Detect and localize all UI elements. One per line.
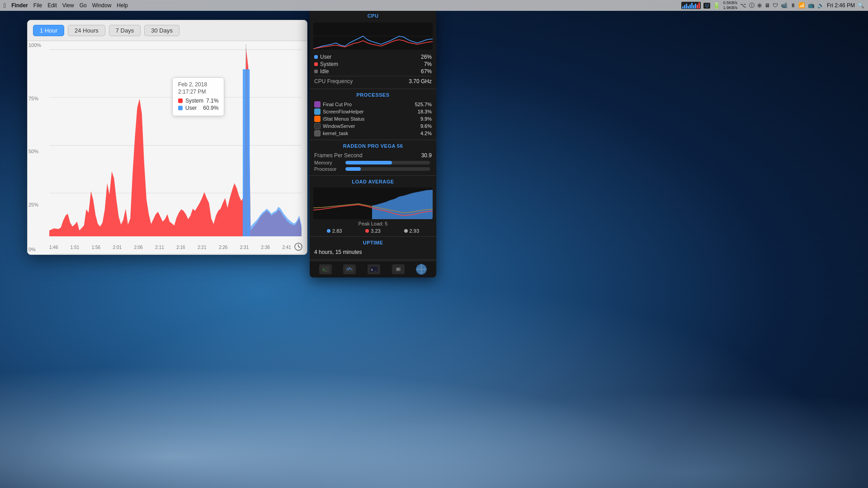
menu-window[interactable]: Window — [92, 2, 112, 9]
x-label-1: 1:46 — [49, 245, 58, 250]
menu-go[interactable]: Go — [80, 2, 87, 9]
freq-val: 3.70 GHz — [409, 78, 432, 84]
x-axis-labels: 1:46 1:51 1:56 2:01 2:06 2:11 2:16 2:21 … — [49, 245, 291, 250]
clock-button[interactable] — [293, 242, 303, 252]
process-val-1: 18.3% — [418, 109, 432, 114]
process-icon-3 — [314, 123, 321, 129]
divider-5 — [310, 236, 436, 237]
bottom-icon-activity[interactable] — [343, 264, 356, 274]
screen-icon[interactable]: 📹 — [781, 2, 788, 9]
y-label-75: 75% — [28, 96, 38, 101]
load-graph — [313, 188, 433, 219]
process-icon-1 — [314, 108, 321, 115]
svg-text:>_: >_ — [323, 268, 327, 272]
bottom-icon-network[interactable] — [416, 264, 427, 275]
uptime-val: 4 hours, 15 minutes — [314, 249, 362, 255]
process-name-1: ScreenFlowHelper — [323, 109, 363, 114]
cpu-freq-row: CPU Frequency 3.70 GHz — [314, 78, 432, 85]
load-dot-0 — [327, 229, 330, 233]
bottom-icon-terminal2[interactable]: $ _ — [368, 264, 380, 274]
x-label-11: 2:36 — [261, 245, 270, 250]
spotlight-icon[interactable]: 🔍 — [858, 2, 864, 9]
x-label-6: 2:11 — [155, 245, 164, 250]
gpu-processor-row: Processor — [314, 166, 432, 172]
process-val-2: 9.9% — [420, 116, 432, 122]
btn-7-days[interactable]: 7 Days — [109, 25, 141, 36]
y-label-100: 100% — [28, 42, 41, 48]
process-row-3: WindowServer 9.6% — [314, 122, 432, 130]
menubar-cpu-label[interactable]: U — [703, 3, 710, 9]
process-name-3: WindowServer — [323, 123, 355, 129]
chart-area: 100% 75% 50% 25% 0% — [28, 41, 307, 253]
uptime-section-header: UPTIME — [310, 238, 436, 248]
menubar-right: U 🔋 0.5KB/s 1.9KB/s ⌥ ⓘ ⊕ 🖥 🛡 📹 ⏸ 📶 📺 🔊 … — [681, 0, 864, 10]
bottom-icon-terminal[interactable]: >_ — [319, 264, 332, 274]
svg-line-12 — [298, 247, 300, 248]
gpu-fps-label: Frames Per Second — [314, 152, 363, 159]
wifi-icon[interactable]: 📶 — [798, 2, 805, 9]
process-icon-2 — [314, 116, 321, 122]
menu-view[interactable]: View — [62, 2, 74, 9]
x-label-9: 2:26 — [219, 245, 227, 250]
system-label: System — [320, 61, 338, 67]
process-name-2: iStat Menus Status — [323, 116, 364, 122]
btn-1-hour[interactable]: 1 Hour — [33, 25, 64, 36]
processes-list: Final Cut Pro 525.7% ScreenFlowHelper 18… — [310, 100, 436, 139]
battery-icon: 🔋 — [713, 2, 720, 9]
bottom-icon-script[interactable] — [392, 264, 405, 274]
clock-display[interactable]: Fri 2:46 PM — [827, 2, 855, 9]
menubar:  Finder File Edit View Go Window Help U… — [0, 0, 868, 11]
istat-icon[interactable]: ⌥ — [740, 2, 746, 9]
cpu-stats: User 26% System 7% Idle 67% CPU Frequenc… — [310, 52, 436, 88]
gpu-processor-label: Processor — [314, 166, 344, 172]
system-val: 7% — [424, 61, 432, 67]
x-label-2: 1:51 — [71, 245, 79, 250]
btn-24-hours[interactable]: 24 Hours — [68, 25, 105, 36]
target-icon[interactable]: ⊕ — [757, 2, 762, 9]
gpu-memory-track — [345, 161, 430, 164]
istat-panel: CPU User 26% System 7% — [310, 11, 436, 277]
display-icon[interactable]: 🖥 — [764, 2, 770, 9]
apple-menu[interactable]:  — [4, 2, 6, 9]
airplay-icon[interactable]: 📺 — [808, 2, 815, 9]
process-row-0: Final Cut Pro 525.7% — [314, 101, 432, 108]
menu-finder[interactable]: Finder — [11, 2, 28, 9]
gpu-section: Frames Per Second 30.9 Memory Processor — [310, 151, 436, 174]
y-label-25: 25% — [28, 202, 38, 207]
gpu-processor-track — [345, 167, 430, 171]
load-values: 2.83 3.23 2.93 — [313, 228, 433, 234]
menu-file[interactable]: File — [33, 2, 42, 9]
network-speed: 0.5KB/s 1.9KB/s — [723, 0, 737, 10]
y-label-0: 0% — [28, 247, 36, 252]
processes-section-header: PROCESSES — [310, 90, 436, 100]
user-val: 26% — [421, 54, 432, 60]
load-dot-2 — [404, 229, 408, 233]
malware-icon[interactable]: 🛡 — [773, 2, 778, 9]
x-label-8: 2:21 — [198, 245, 206, 250]
gpu-section-header: RADEON PRO VEGA 56 — [310, 141, 436, 151]
gpu-memory-fill — [345, 161, 392, 164]
load-val-2: 2.93 — [404, 228, 419, 234]
menu-edit[interactable]: Edit — [47, 2, 57, 9]
volume-icon[interactable]: 🔊 — [817, 2, 824, 9]
x-label-12: 2:41 — [282, 245, 291, 250]
gpu-fps-row: Frames Per Second 30.9 — [314, 152, 432, 159]
uptime-section: 4 hours, 15 minutes — [310, 248, 436, 258]
x-label-3: 1:56 — [92, 245, 100, 250]
divider-1 — [314, 76, 432, 76]
process-row-4: kernel_task 4.2% — [314, 130, 432, 137]
grid-line-0 — [52, 253, 302, 254]
menu-help[interactable]: Help — [117, 2, 128, 9]
cpu-chart-svg[interactable] — [49, 45, 302, 236]
process-row-1: ScreenFlowHelper 18.3% — [314, 108, 432, 115]
istat-cpu-mini-graph — [313, 23, 433, 50]
process-icon-4 — [314, 130, 321, 136]
pause-icon[interactable]: ⏸ — [790, 2, 796, 9]
menubar-cpu-graph — [681, 2, 701, 9]
load-val-0: 2.83 — [327, 228, 342, 234]
process-name-0: Final Cut Pro — [323, 102, 352, 107]
load-peak-label: Peak Load: 5 — [313, 221, 433, 226]
load-num-0: 2.83 — [332, 228, 342, 234]
btn-30-days[interactable]: 30 Days — [144, 25, 179, 36]
info-icon[interactable]: ⓘ — [749, 2, 755, 9]
